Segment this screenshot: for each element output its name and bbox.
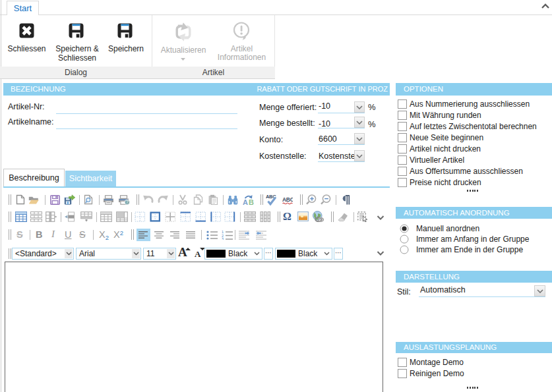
svg-text:3: 3 bbox=[222, 237, 224, 240]
svg-text:?: ? bbox=[126, 200, 129, 204]
svg-text:ABC: ABC bbox=[282, 196, 293, 203]
svg-text:B: B bbox=[249, 198, 254, 206]
svg-text:A: A bbox=[243, 198, 248, 206]
